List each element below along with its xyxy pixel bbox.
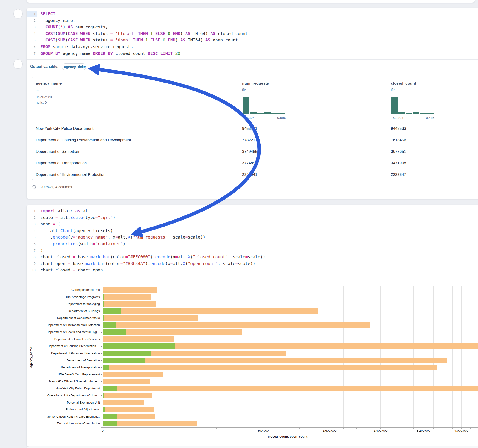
y-axis-label: Correspondence Unit [26,288,100,292]
fold-chevron-icon[interactable]: ⌄ [37,220,38,227]
code-line[interactable]: 9chart_open = base.mark_bar(color="#8BC3… [26,260,478,267]
code-line[interactable]: 6 .properties(width="container") [26,241,478,247]
open-count-bar [103,393,104,398]
table-cell: Department of Transportation [36,157,87,169]
x-axis-minor-tick [329,428,330,429]
y-axis-label: Department of Buildings [26,309,100,313]
code-line[interactable]: 6FROM sample_data.nyc.service_requests [26,44,478,50]
y-axis-tick [101,389,102,389]
output-variable-row: Output variable: agency_tickets [26,59,478,74]
code-line[interactable]: 1⌄SELECT [26,11,478,17]
x-axis-minor-tick [470,428,471,429]
y-axis-label: Department of Transportation [26,366,100,369]
code-line[interactable]: 3 COUNT(*) AS num_requests, [26,24,478,31]
code-text: CAST(SUM(CASE WHEN status = 'Closed' THE… [37,31,250,37]
y-axis-tick [101,367,102,368]
histogram-bar [271,113,278,114]
table-row[interactable]: Department of Transportation377489234719… [32,157,478,169]
code-line[interactable]: 4 alt.Chart(agency_tickets) [26,227,478,234]
code-line[interactable]: 7GROUP BY agency_name ORDER BY closed_co… [26,50,478,57]
code-line[interactable]: 7) [26,247,478,254]
chart-x-axis-title: closed_count, open_count [268,435,307,438]
open-count-bar [103,294,104,300]
code-line[interactable]: 4 CAST(SUM(CASE WHEN status = 'Closed' T… [26,31,478,37]
open-count-bar [103,414,117,419]
gridline [461,286,462,427]
add-cell-button-output[interactable]: + [13,59,23,69]
table-cell: 9443533 [391,123,406,134]
line-number: 3⌄ [26,221,37,227]
table-cell: 2240041 [242,169,257,180]
fold-chevron-icon[interactable]: ⌄ [37,10,38,17]
gridline [183,286,183,427]
y-axis-label: Taxi and Limousine Commission [26,422,100,425]
code-line[interactable]: 2scale = alt.Scale(type="sqrt") [26,214,478,221]
gridline [424,286,424,427]
result-table-footer: 20 rows, 4 columns [32,185,478,190]
column-histogram [391,97,434,114]
table-row[interactable]: Department of Sanitation37494853677651 [32,146,478,157]
gridline [380,286,381,427]
x-axis-minor-tick [242,428,242,429]
histogram-min-label: 53,304 [244,116,255,120]
line-number: 4 [26,227,37,234]
python-code-editor[interactable]: 1import altair as alt2scale = alt.Scale(… [26,205,478,276]
output-variable-pill[interactable]: agency_tickets [62,63,86,70]
previous-cell-card [26,0,475,3]
column-dtype: str [36,87,40,92]
gridline [343,286,344,427]
closed-count-bar [103,301,156,307]
closed-count-bar [103,400,144,405]
gridline [369,286,369,427]
code-line[interactable]: 1import altair as alt [26,208,478,214]
search-icon[interactable] [32,185,37,190]
add-cell-button-top[interactable]: + [13,9,23,19]
column-header[interactable]: agency_name [36,81,62,86]
gridline [413,286,414,427]
column-header[interactable]: closed_count [391,81,416,86]
histogram-bar [243,97,250,114]
code-text: CAST(SUM(CASE WHEN status = 'Open' THEN … [37,37,238,44]
histogram-bar [391,97,398,114]
code-line[interactable]: 8chart_closed = base.mark_bar(color="#FF… [26,254,478,260]
y-axis-label: Department of Housing Preservation … [26,344,100,348]
x-axis-minor-tick [413,428,414,429]
table-cell: 2222847 [391,169,406,180]
x-axis-tick-label: 800,000 [257,429,269,432]
line-number: 5 [26,37,37,44]
line-number: 5 [26,234,37,241]
code-text: FROM sample_data.nyc.service_requests [37,44,133,50]
code-line[interactable]: 3⌄base = ( [26,221,478,227]
histogram-bar [398,112,405,114]
y-axis-tick [101,318,102,318]
y-axis-label: Refunds and Adjustments [26,408,100,411]
line-number: 1⌄ [26,11,37,17]
column-header[interactable]: num_requests [242,81,269,86]
open-count-bar [103,386,117,391]
code-text: chart_closed + chart_open [37,267,103,274]
code-text: alt.Chart(agency_tickets) [37,227,113,234]
code-line[interactable]: 2 agency_name, [26,17,478,24]
x-axis-minor-tick [369,428,369,429]
histogram-max-label: 9.4e6 [426,116,435,120]
code-line[interactable]: 5 CAST(SUM(CASE WHEN status = 'Open' THE… [26,37,478,44]
y-axis-label: Department of Consumer Affairs [26,316,100,320]
line-number: 8 [26,254,37,260]
table-cell: New York City Police Department [36,123,93,134]
code-line[interactable]: 10chart_closed + chart_open [26,267,478,274]
x-axis-minor-tick [299,428,300,429]
line-number: 3 [26,24,37,31]
gridline [392,286,392,427]
sql-code-editor[interactable]: 1⌄SELECT 2 agency_name,3 COUNT(*) AS num… [26,8,478,59]
code-line[interactable]: 5 .encode(y="agency_name", x=alt.X("num_… [26,234,478,241]
table-row[interactable]: Department of Housing Preservation and D… [32,134,478,146]
y-axis-tick [101,374,102,375]
closed-count-bar [103,287,157,293]
y-axis-tick [101,410,102,410]
table-row[interactable]: Department of Environmental Protection22… [32,169,478,180]
gridline [453,286,453,427]
table-row[interactable]: New York City Police Department945313194… [32,123,478,134]
gridline [216,286,216,427]
closed-count-bar [103,407,154,412]
closed-count-bar [103,336,174,342]
